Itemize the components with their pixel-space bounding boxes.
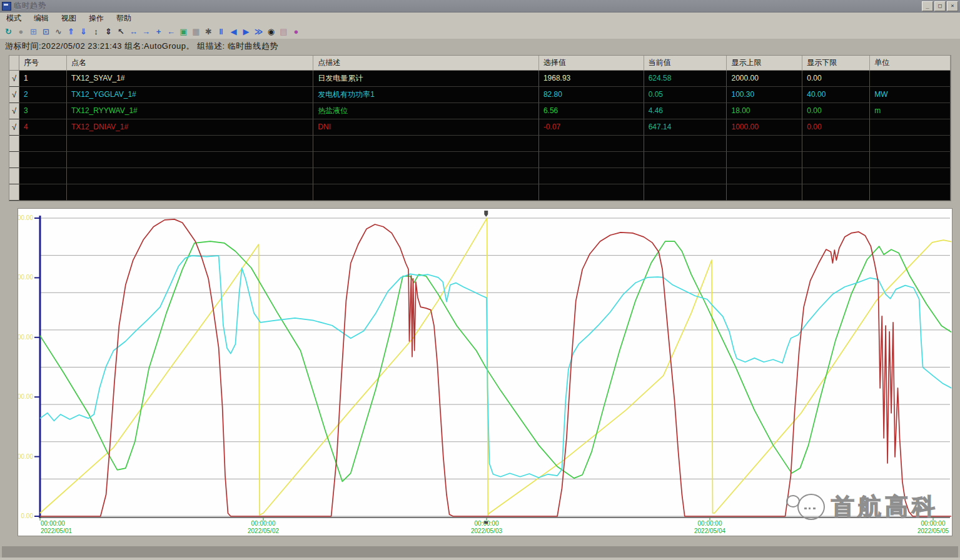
cell-unit (870, 184, 951, 201)
table-row[interactable]: √4TX12_DNIAV_1#DNI-0.07647.141000.000.00 (9, 119, 951, 136)
cell-cur (644, 136, 727, 152)
row-checkbox[interactable] (9, 184, 19, 201)
cursor-pick-icon[interactable]: ↖ (115, 26, 127, 38)
cell-sel: 6.56 (539, 103, 644, 119)
step-forward-icon[interactable]: ▶ (240, 26, 252, 38)
cell-cur: 624.58 (644, 71, 727, 87)
menu-item-4[interactable]: 操作 (83, 12, 110, 24)
cell-unit (870, 119, 951, 136)
x-axis-time-label: 00:00:00 (41, 520, 65, 527)
table-row[interactable] (9, 136, 951, 152)
column-header-cur: 当前值 (644, 56, 727, 71)
print-icon[interactable]: ▤ (278, 26, 290, 38)
row-checkbox[interactable] (9, 168, 19, 184)
help-icon[interactable]: ● (290, 26, 302, 38)
chart-mode-icon[interactable]: ▣ (178, 26, 189, 38)
grid-view-icon[interactable]: ⊡ (40, 26, 52, 38)
row-checkbox[interactable]: √ (9, 71, 19, 87)
stretch-vertical-icon[interactable]: ↕ (90, 26, 102, 38)
series-TX12_SYAV_1# (40, 218, 952, 515)
refresh-icon[interactable]: ↻ (3, 26, 14, 38)
row-checkbox[interactable]: √ (9, 87, 19, 103)
cell-sel (539, 184, 644, 201)
close-button[interactable]: × (947, 1, 958, 11)
move-down-icon[interactable]: ⇓ (78, 26, 89, 38)
cursor-marker-top[interactable] (484, 211, 488, 217)
menu-item-3[interactable]: 视图 (55, 12, 83, 24)
menu-item-5[interactable]: 帮助 (110, 12, 138, 24)
cell-sel: 82.80 (539, 87, 644, 103)
series-TX12_RYYWAV_1# (40, 241, 952, 481)
cell-hi: 1000.00 (727, 119, 802, 136)
zoom-fit-icon[interactable]: + (153, 26, 164, 38)
trend-curve-icon[interactable]: ∿ (53, 26, 64, 38)
pause-icon[interactable]: ‖ (215, 26, 227, 38)
compress-vertical-icon[interactable]: ⇕ (103, 26, 114, 38)
trend-chart-panel[interactable]: 2000.001600.001200.00800.00400.000.0000:… (18, 208, 952, 536)
x-axis-date-label: 2022/05/01 (41, 528, 72, 534)
window-bottom-edge (2, 546, 958, 558)
cell-lo (802, 152, 870, 168)
y-axis-label: 800.00 (18, 393, 33, 400)
app-icon (2, 2, 11, 11)
cell-hi: 2000.00 (727, 71, 802, 87)
cell-cur (644, 184, 727, 201)
cell-unit (870, 152, 951, 168)
cell-lo (802, 184, 870, 201)
trend-chart[interactable]: 2000.001600.001200.00800.00400.000.0000:… (18, 209, 952, 536)
cell-desc (313, 136, 539, 152)
table-row[interactable]: √3TX12_RYYWAV_1#热盐液位6.564.4618.000.00m (9, 103, 951, 119)
settings-icon[interactable]: ✱ (203, 26, 215, 38)
stretch-horizontal-icon[interactable]: ↔ (128, 26, 139, 38)
shift-left-icon[interactable]: ← (165, 26, 177, 38)
window-title: 临时趋势 (14, 1, 46, 11)
column-header-unit: 单位 (870, 56, 951, 71)
y-axis-label: 1200.00 (18, 334, 33, 341)
cell-lo (802, 136, 870, 152)
column-header-lo: 显示下限 (802, 56, 870, 71)
row-checkbox[interactable] (9, 136, 19, 152)
cursor-info-text: 游标时间:2022/05/02 23:21:43 组名:AutoGroup。 组… (5, 41, 278, 52)
minimize-button[interactable]: _ (922, 1, 933, 11)
table-row[interactable] (9, 152, 951, 168)
table-row[interactable] (9, 184, 951, 201)
column-header-name: 点名 (67, 56, 313, 71)
table-row[interactable]: √2TX12_YGGLAV_1#发电机有功功率182.800.05100.304… (9, 87, 951, 103)
window-border-bottom (0, 558, 960, 560)
cell-desc: DNI (313, 119, 539, 136)
menu-item-1[interactable]: 模式 (0, 12, 28, 24)
search-icon[interactable]: ◉ (265, 26, 277, 38)
table-mode-icon[interactable]: ▦ (190, 26, 202, 38)
cell-hi: 100.30 (727, 87, 802, 103)
menu-bar: 模式编辑视图操作帮助 (0, 12, 960, 25)
maximize-button[interactable]: □ (934, 1, 946, 11)
cell-unit: m (870, 103, 951, 119)
row-checkbox[interactable] (9, 152, 19, 168)
cell-idx: 4 (19, 119, 67, 136)
step-back-icon[interactable]: ◀ (228, 26, 240, 38)
row-checkbox[interactable]: √ (9, 103, 19, 119)
cell-name: TX12_YGGLAV_1# (67, 87, 313, 103)
cell-lo (802, 168, 870, 184)
cell-sel (539, 168, 644, 184)
table-row[interactable] (9, 168, 951, 184)
y-axis-label: 1600.00 (18, 274, 33, 281)
new-window-icon[interactable]: ⊞ (28, 26, 39, 38)
cell-name: TX12_SYAV_1# (67, 71, 313, 87)
column-header-sel: 选择值 (539, 56, 644, 71)
record-icon[interactable]: ● (15, 26, 27, 38)
menu-item-2[interactable]: 编辑 (28, 12, 55, 24)
table-row[interactable]: √1TX12_SYAV_1#日发电量累计1968.93624.582000.00… (9, 71, 951, 87)
y-axis-label: 400.00 (18, 453, 33, 460)
move-up-icon[interactable]: ⇑ (65, 26, 77, 38)
cell-cur: 4.46 (644, 103, 727, 119)
shift-right-icon[interactable]: → (140, 26, 152, 38)
cell-lo: 0.00 (802, 71, 870, 87)
cell-cur (644, 168, 727, 184)
fast-forward-icon[interactable]: ≫ (253, 26, 265, 38)
window-bottom-margin (0, 536, 960, 546)
cursor-marker-bottom[interactable] (484, 521, 488, 524)
row-checkbox[interactable]: √ (9, 119, 19, 136)
y-axis-label: 0.00 (21, 512, 34, 519)
x-axis-time-label: 00:00:00 (921, 520, 946, 527)
